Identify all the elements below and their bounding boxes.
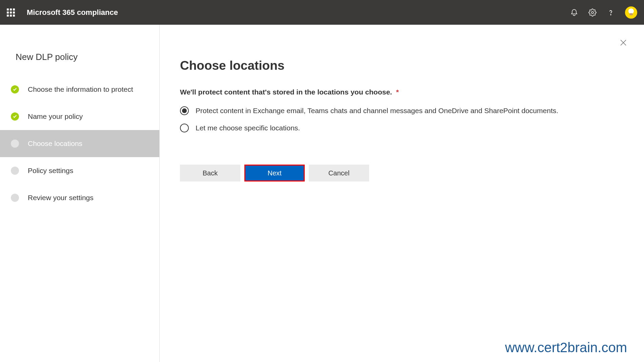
radio-icon bbox=[180, 124, 189, 132]
current-step-icon bbox=[11, 140, 19, 148]
wizard-step-choose-locations[interactable]: Choose locations bbox=[0, 130, 159, 157]
radio-label: Protect content in Exchange email, Teams… bbox=[196, 107, 558, 115]
svg-point-0 bbox=[591, 12, 593, 14]
check-icon bbox=[11, 112, 19, 121]
check-icon bbox=[11, 85, 19, 93]
page-title: Choose locations bbox=[180, 59, 624, 73]
wizard-step-name-policy[interactable]: Name your policy bbox=[0, 103, 159, 130]
step-label: Review your settings bbox=[28, 194, 94, 202]
notifications-icon[interactable] bbox=[570, 8, 578, 17]
pending-step-icon bbox=[11, 167, 19, 175]
help-icon[interactable] bbox=[607, 8, 615, 17]
next-button[interactable]: Next bbox=[244, 165, 305, 182]
close-icon[interactable] bbox=[620, 38, 627, 49]
step-label: Choose the information to protect bbox=[28, 85, 133, 93]
wizard-sidebar: New DLP policy Choose the information to… bbox=[0, 25, 160, 362]
content-area: New DLP policy Choose the information to… bbox=[0, 25, 644, 362]
user-avatar[interactable] bbox=[625, 6, 637, 19]
wizard-buttons: Back Next Cancel bbox=[180, 165, 624, 182]
wizard-step-policy-settings[interactable]: Policy settings bbox=[0, 157, 159, 184]
step-label: Policy settings bbox=[28, 167, 73, 175]
back-button[interactable]: Back bbox=[180, 165, 240, 182]
radio-option-all-locations[interactable]: Protect content in Exchange email, Teams… bbox=[180, 106, 624, 115]
step-label: Choose locations bbox=[28, 140, 82, 148]
header-left: Microsoft 365 compliance bbox=[7, 8, 118, 17]
wizard-step-review[interactable]: Review your settings bbox=[0, 184, 159, 211]
cancel-button[interactable]: Cancel bbox=[309, 165, 369, 182]
subtitle-text: We'll protect content that's stored in t… bbox=[180, 88, 392, 96]
watermark-text: www.cert2brain.com bbox=[505, 340, 627, 355]
subtitle: We'll protect content that's stored in t… bbox=[180, 88, 624, 96]
app-title: Microsoft 365 compliance bbox=[27, 8, 118, 17]
header-right bbox=[570, 6, 637, 19]
step-label: Name your policy bbox=[28, 112, 83, 121]
wizard-title: New DLP policy bbox=[0, 52, 159, 76]
required-indicator: * bbox=[396, 88, 399, 96]
settings-icon[interactable] bbox=[588, 8, 597, 17]
svg-point-1 bbox=[610, 14, 611, 15]
wizard-step-choose-info[interactable]: Choose the information to protect bbox=[0, 76, 159, 103]
radio-option-specific-locations[interactable]: Let me choose specific locations. bbox=[180, 124, 624, 132]
radio-icon bbox=[180, 106, 189, 115]
locations-radio-group: Protect content in Exchange email, Teams… bbox=[180, 106, 624, 132]
pending-step-icon bbox=[11, 194, 19, 202]
app-header: Microsoft 365 compliance bbox=[0, 0, 644, 25]
main-panel: Choose locations We'll protect content t… bbox=[160, 25, 644, 362]
app-launcher-icon[interactable] bbox=[7, 8, 15, 17]
radio-label: Let me choose specific locations. bbox=[196, 124, 300, 132]
